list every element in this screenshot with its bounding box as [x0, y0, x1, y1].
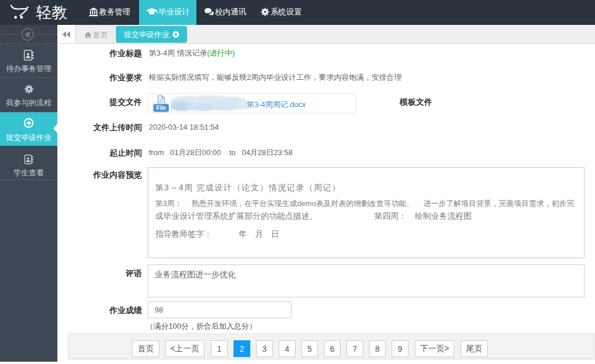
svg-text:File: File [156, 105, 166, 111]
